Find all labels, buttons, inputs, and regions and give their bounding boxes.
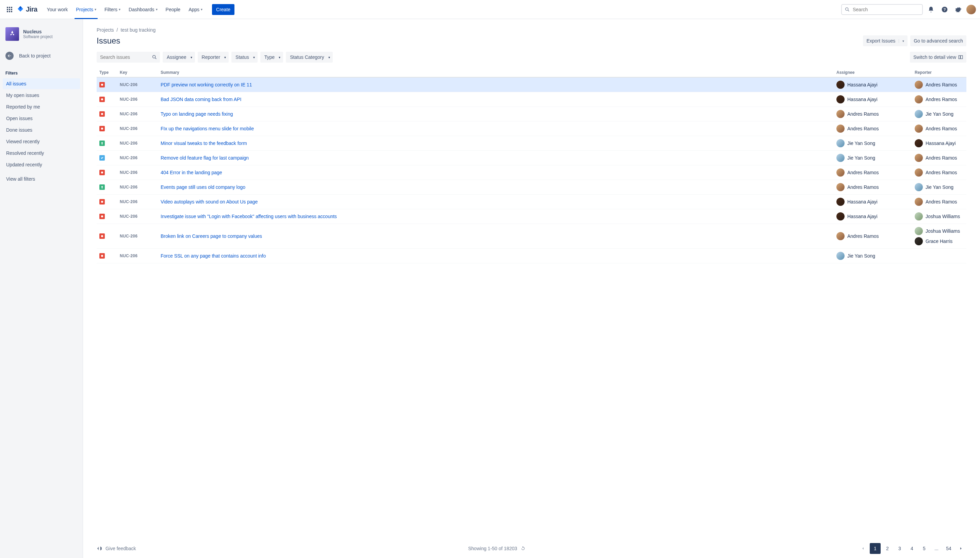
issue-summary-link[interactable]: 404 Error in the landing page bbox=[161, 170, 222, 175]
page-next[interactable] bbox=[955, 543, 966, 554]
issue-key[interactable]: NUC-206 bbox=[117, 136, 158, 151]
table-row[interactable]: NUC-206 Force SSL on any page that conta… bbox=[97, 249, 966, 263]
issue-summary-link[interactable]: PDF preview not working correctly on IE … bbox=[161, 82, 252, 87]
reporter-name: Andres Ramos bbox=[926, 155, 957, 161]
export-issues-button[interactable]: Export Issues ▾ bbox=[863, 35, 908, 46]
page-54[interactable]: 54 bbox=[943, 543, 954, 554]
filter-resolved-recently[interactable]: Resolved recently bbox=[3, 148, 80, 159]
avatar bbox=[915, 183, 923, 191]
issue-key[interactable]: NUC-206 bbox=[117, 165, 158, 180]
issue-key[interactable]: NUC-206 bbox=[117, 209, 158, 224]
nav-item-dashboards[interactable]: Dashboards▾ bbox=[125, 0, 162, 19]
page-3[interactable]: 3 bbox=[894, 543, 905, 554]
breadcrumb: Projects / test bug tracking bbox=[97, 27, 966, 33]
page-2[interactable]: 2 bbox=[882, 543, 893, 554]
nav-item-your-work[interactable]: Your work bbox=[43, 0, 72, 19]
filter-open-issues[interactable]: Open issues bbox=[3, 113, 80, 124]
page-1[interactable]: 1 bbox=[870, 543, 881, 554]
table-row[interactable]: NUC-206 Investigate issue with "Login wi… bbox=[97, 209, 966, 224]
issues-table-container[interactable]: Type Key Summary Assignee Reporter NUC-2… bbox=[83, 68, 980, 539]
table-row[interactable]: NUC-206 Bad JSON data coming back from A… bbox=[97, 92, 966, 107]
issue-summary-link[interactable]: FIx up the navigations menu slide for mo… bbox=[161, 126, 254, 131]
column-type[interactable]: Type bbox=[97, 68, 117, 77]
column-assignee[interactable]: Assignee bbox=[834, 68, 912, 77]
table-row[interactable]: NUC-206 Typo on landing page needs fixin… bbox=[97, 107, 966, 121]
issue-summary-link[interactable]: Minor visual tweaks to the feedback form bbox=[161, 141, 247, 146]
filter-all-issues[interactable]: All issues bbox=[3, 78, 80, 89]
avatar bbox=[915, 168, 923, 177]
filter-assignee-dropdown[interactable]: Assignee▾ bbox=[163, 52, 195, 62]
filter-reported-by-me[interactable]: Reported by me bbox=[3, 102, 80, 112]
filter-status-category-dropdown[interactable]: Status Category▾ bbox=[286, 52, 332, 62]
create-button[interactable]: Create bbox=[212, 4, 235, 15]
app-switcher[interactable] bbox=[4, 4, 15, 15]
assignee-name: Hassana Ajayi bbox=[847, 82, 878, 87]
notifications-button[interactable] bbox=[926, 4, 936, 15]
table-row[interactable]: NUC-206 Remove old feature flag for last… bbox=[97, 151, 966, 165]
table-row[interactable]: NUC-206 Broken link on Careers page to c… bbox=[97, 224, 966, 249]
table-row[interactable]: NUC-206 Minor visual tweaks to the feedb… bbox=[97, 136, 966, 151]
jira-logo-text: Jira bbox=[26, 5, 38, 13]
settings-button[interactable] bbox=[953, 4, 964, 15]
filter-done-issues[interactable]: Done issues bbox=[3, 125, 80, 135]
issue-key[interactable]: NUC-206 bbox=[117, 121, 158, 136]
advanced-search-button[interactable]: Go to advanced search bbox=[910, 35, 966, 46]
table-row[interactable]: NUC-206 PDF preview not working correctl… bbox=[97, 77, 966, 92]
refresh-icon[interactable] bbox=[520, 546, 525, 551]
issue-summary-link[interactable]: Remove old feature flag for last campaig… bbox=[161, 155, 249, 161]
give-feedback[interactable]: Give feedback bbox=[97, 545, 136, 551]
table-row[interactable]: NUC-206 Video autoplays with sound on Ab… bbox=[97, 195, 966, 209]
filter-type-dropdown[interactable]: Type▾ bbox=[260, 52, 283, 62]
back-to-project[interactable]: Back to project bbox=[3, 49, 80, 62]
column-key[interactable]: Key bbox=[117, 68, 158, 77]
switch-view-button[interactable]: Switch to detail view bbox=[910, 52, 966, 62]
view-all-filters[interactable]: View all filters bbox=[3, 171, 80, 184]
issue-key[interactable]: NUC-206 bbox=[117, 107, 158, 121]
nav-item-apps[interactable]: Apps▾ bbox=[184, 0, 207, 19]
jira-logo[interactable]: Jira bbox=[16, 5, 38, 14]
nav-item-projects[interactable]: Projects▾ bbox=[72, 0, 100, 19]
issue-summary-link[interactable]: Force SSL on any page that contains acco… bbox=[161, 253, 266, 259]
profile-avatar[interactable] bbox=[966, 5, 976, 14]
nav-item-filters[interactable]: Filters▾ bbox=[100, 0, 125, 19]
page-4[interactable]: 4 bbox=[906, 543, 918, 554]
filter-viewed-recently[interactable]: Viewed recently bbox=[3, 136, 80, 147]
filter-updated-recently[interactable]: Updated recently bbox=[3, 159, 80, 170]
issue-summary-link[interactable]: Video autoplays with sound on About Us p… bbox=[161, 199, 258, 205]
help-button[interactable]: ? bbox=[939, 4, 950, 15]
filter-status-dropdown[interactable]: Status▾ bbox=[231, 52, 258, 62]
svg-point-0 bbox=[845, 8, 848, 10]
footer: Give feedback Showing 1-50 of 18203 1234… bbox=[83, 539, 980, 558]
issue-key[interactable]: NUC-206 bbox=[117, 151, 158, 165]
toolbar: Assignee▾Reporter▾Status▾Type▾Status Cat… bbox=[97, 52, 966, 68]
table-row[interactable]: NUC-206 FIx up the navigations menu slid… bbox=[97, 121, 966, 136]
issue-key[interactable]: NUC-206 bbox=[117, 77, 158, 92]
issue-key[interactable]: NUC-206 bbox=[117, 249, 158, 263]
improvement-icon bbox=[99, 141, 105, 146]
issue-summary-link[interactable]: Bad JSON data coming back from API bbox=[161, 97, 241, 102]
breadcrumb-current[interactable]: test bug tracking bbox=[120, 27, 156, 33]
filter-reporter-dropdown[interactable]: Reporter▾ bbox=[198, 52, 229, 62]
filter-my-open-issues[interactable]: My open issues bbox=[3, 90, 80, 101]
search-input[interactable] bbox=[841, 4, 923, 15]
issue-key[interactable]: NUC-206 bbox=[117, 180, 158, 195]
column-summary[interactable]: Summary bbox=[158, 68, 834, 77]
page-5[interactable]: 5 bbox=[919, 543, 930, 554]
assignee-name: Jie Yan Song bbox=[847, 141, 875, 146]
column-reporter[interactable]: Reporter bbox=[912, 68, 966, 77]
issue-summary-link[interactable]: Events page still uses old company logo bbox=[161, 184, 245, 190]
nav-item-people[interactable]: People bbox=[162, 0, 185, 19]
search-issues-input[interactable] bbox=[97, 52, 160, 62]
issue-key[interactable]: NUC-206 bbox=[117, 224, 158, 249]
issue-summary-link[interactable]: Broken link on Careers page to company v… bbox=[161, 233, 262, 239]
bug-icon bbox=[99, 199, 105, 205]
table-row[interactable]: NUC-206 404 Error in the landing page An… bbox=[97, 165, 966, 180]
issue-summary-link[interactable]: Investigate issue with "Login with Faceb… bbox=[161, 214, 337, 219]
issue-key[interactable]: NUC-206 bbox=[117, 195, 158, 209]
issue-summary-link[interactable]: Typo on landing page needs fixing bbox=[161, 111, 233, 117]
breadcrumb-projects[interactable]: Projects bbox=[97, 27, 114, 33]
issues-tbody: NUC-206 PDF preview not working correctl… bbox=[97, 77, 966, 263]
page-prev[interactable] bbox=[857, 543, 868, 554]
table-row[interactable]: NUC-206 Events page still uses old compa… bbox=[97, 180, 966, 195]
issue-key[interactable]: NUC-206 bbox=[117, 92, 158, 107]
